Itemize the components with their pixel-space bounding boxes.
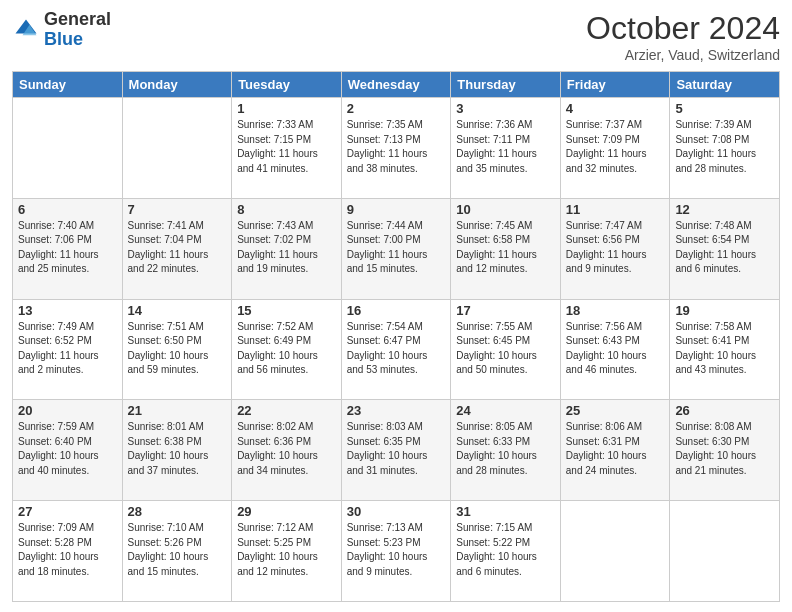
calendar-cell: 19Sunrise: 7:58 AM Sunset: 6:41 PM Dayli…	[670, 299, 780, 400]
day-number: 11	[566, 202, 665, 217]
day-number: 2	[347, 101, 446, 116]
logo-blue: Blue	[44, 29, 83, 49]
calendar-header-tuesday: Tuesday	[232, 72, 342, 98]
day-info: Sunrise: 8:03 AM Sunset: 6:35 PM Dayligh…	[347, 420, 446, 478]
day-number: 20	[18, 403, 117, 418]
day-number: 26	[675, 403, 774, 418]
calendar-header-friday: Friday	[560, 72, 670, 98]
calendar-cell: 4Sunrise: 7:37 AM Sunset: 7:09 PM Daylig…	[560, 98, 670, 199]
calendar-cell: 13Sunrise: 7:49 AM Sunset: 6:52 PM Dayli…	[13, 299, 123, 400]
day-number: 7	[128, 202, 227, 217]
calendar-cell	[670, 501, 780, 602]
day-number: 8	[237, 202, 336, 217]
day-info: Sunrise: 7:37 AM Sunset: 7:09 PM Dayligh…	[566, 118, 665, 176]
calendar-cell: 9Sunrise: 7:44 AM Sunset: 7:00 PM Daylig…	[341, 198, 451, 299]
day-number: 14	[128, 303, 227, 318]
calendar-cell: 30Sunrise: 7:13 AM Sunset: 5:23 PM Dayli…	[341, 501, 451, 602]
calendar-cell: 27Sunrise: 7:09 AM Sunset: 5:28 PM Dayli…	[13, 501, 123, 602]
day-number: 15	[237, 303, 336, 318]
day-info: Sunrise: 7:56 AM Sunset: 6:43 PM Dayligh…	[566, 320, 665, 378]
day-info: Sunrise: 7:36 AM Sunset: 7:11 PM Dayligh…	[456, 118, 555, 176]
day-info: Sunrise: 7:10 AM Sunset: 5:26 PM Dayligh…	[128, 521, 227, 579]
calendar-cell: 24Sunrise: 8:05 AM Sunset: 6:33 PM Dayli…	[451, 400, 561, 501]
day-info: Sunrise: 7:43 AM Sunset: 7:02 PM Dayligh…	[237, 219, 336, 277]
calendar-cell: 22Sunrise: 8:02 AM Sunset: 6:36 PM Dayli…	[232, 400, 342, 501]
logo-text: General Blue	[44, 10, 111, 50]
calendar-cell: 5Sunrise: 7:39 AM Sunset: 7:08 PM Daylig…	[670, 98, 780, 199]
calendar-header-row: SundayMondayTuesdayWednesdayThursdayFrid…	[13, 72, 780, 98]
day-info: Sunrise: 8:05 AM Sunset: 6:33 PM Dayligh…	[456, 420, 555, 478]
day-info: Sunrise: 7:59 AM Sunset: 6:40 PM Dayligh…	[18, 420, 117, 478]
day-info: Sunrise: 7:51 AM Sunset: 6:50 PM Dayligh…	[128, 320, 227, 378]
calendar-header-saturday: Saturday	[670, 72, 780, 98]
calendar-header-monday: Monday	[122, 72, 232, 98]
calendar-cell: 12Sunrise: 7:48 AM Sunset: 6:54 PM Dayli…	[670, 198, 780, 299]
day-number: 23	[347, 403, 446, 418]
calendar-cell: 11Sunrise: 7:47 AM Sunset: 6:56 PM Dayli…	[560, 198, 670, 299]
day-info: Sunrise: 8:02 AM Sunset: 6:36 PM Dayligh…	[237, 420, 336, 478]
calendar-cell: 2Sunrise: 7:35 AM Sunset: 7:13 PM Daylig…	[341, 98, 451, 199]
day-info: Sunrise: 7:52 AM Sunset: 6:49 PM Dayligh…	[237, 320, 336, 378]
day-number: 3	[456, 101, 555, 116]
calendar-week-5: 27Sunrise: 7:09 AM Sunset: 5:28 PM Dayli…	[13, 501, 780, 602]
day-info: Sunrise: 7:54 AM Sunset: 6:47 PM Dayligh…	[347, 320, 446, 378]
calendar-cell: 26Sunrise: 8:08 AM Sunset: 6:30 PM Dayli…	[670, 400, 780, 501]
calendar-cell: 7Sunrise: 7:41 AM Sunset: 7:04 PM Daylig…	[122, 198, 232, 299]
day-info: Sunrise: 7:12 AM Sunset: 5:25 PM Dayligh…	[237, 521, 336, 579]
page: General Blue October 2024 Arzier, Vaud, …	[0, 0, 792, 612]
calendar-cell: 16Sunrise: 7:54 AM Sunset: 6:47 PM Dayli…	[341, 299, 451, 400]
day-number: 21	[128, 403, 227, 418]
day-number: 31	[456, 504, 555, 519]
logo: General Blue	[12, 10, 111, 50]
day-number: 29	[237, 504, 336, 519]
calendar-cell: 20Sunrise: 7:59 AM Sunset: 6:40 PM Dayli…	[13, 400, 123, 501]
calendar-cell: 29Sunrise: 7:12 AM Sunset: 5:25 PM Dayli…	[232, 501, 342, 602]
day-number: 17	[456, 303, 555, 318]
calendar-header-wednesday: Wednesday	[341, 72, 451, 98]
day-number: 9	[347, 202, 446, 217]
day-number: 24	[456, 403, 555, 418]
day-info: Sunrise: 7:45 AM Sunset: 6:58 PM Dayligh…	[456, 219, 555, 277]
calendar-cell: 6Sunrise: 7:40 AM Sunset: 7:06 PM Daylig…	[13, 198, 123, 299]
calendar-cell	[560, 501, 670, 602]
logo-general: General	[44, 9, 111, 29]
calendar-cell: 18Sunrise: 7:56 AM Sunset: 6:43 PM Dayli…	[560, 299, 670, 400]
calendar: SundayMondayTuesdayWednesdayThursdayFrid…	[12, 71, 780, 602]
calendar-cell: 25Sunrise: 8:06 AM Sunset: 6:31 PM Dayli…	[560, 400, 670, 501]
subtitle: Arzier, Vaud, Switzerland	[586, 47, 780, 63]
title-section: October 2024 Arzier, Vaud, Switzerland	[586, 10, 780, 63]
day-info: Sunrise: 7:55 AM Sunset: 6:45 PM Dayligh…	[456, 320, 555, 378]
calendar-cell: 15Sunrise: 7:52 AM Sunset: 6:49 PM Dayli…	[232, 299, 342, 400]
calendar-cell: 31Sunrise: 7:15 AM Sunset: 5:22 PM Dayli…	[451, 501, 561, 602]
day-info: Sunrise: 8:01 AM Sunset: 6:38 PM Dayligh…	[128, 420, 227, 478]
day-info: Sunrise: 8:06 AM Sunset: 6:31 PM Dayligh…	[566, 420, 665, 478]
calendar-cell: 3Sunrise: 7:36 AM Sunset: 7:11 PM Daylig…	[451, 98, 561, 199]
day-info: Sunrise: 7:58 AM Sunset: 6:41 PM Dayligh…	[675, 320, 774, 378]
calendar-header-thursday: Thursday	[451, 72, 561, 98]
calendar-header-sunday: Sunday	[13, 72, 123, 98]
day-number: 18	[566, 303, 665, 318]
day-info: Sunrise: 7:33 AM Sunset: 7:15 PM Dayligh…	[237, 118, 336, 176]
day-number: 5	[675, 101, 774, 116]
day-number: 13	[18, 303, 117, 318]
day-info: Sunrise: 7:47 AM Sunset: 6:56 PM Dayligh…	[566, 219, 665, 277]
day-number: 6	[18, 202, 117, 217]
day-info: Sunrise: 7:40 AM Sunset: 7:06 PM Dayligh…	[18, 219, 117, 277]
day-info: Sunrise: 7:13 AM Sunset: 5:23 PM Dayligh…	[347, 521, 446, 579]
day-number: 12	[675, 202, 774, 217]
calendar-cell	[13, 98, 123, 199]
calendar-cell: 28Sunrise: 7:10 AM Sunset: 5:26 PM Dayli…	[122, 501, 232, 602]
calendar-cell: 23Sunrise: 8:03 AM Sunset: 6:35 PM Dayli…	[341, 400, 451, 501]
header: General Blue October 2024 Arzier, Vaud, …	[12, 10, 780, 63]
day-number: 27	[18, 504, 117, 519]
calendar-week-1: 1Sunrise: 7:33 AM Sunset: 7:15 PM Daylig…	[13, 98, 780, 199]
day-number: 28	[128, 504, 227, 519]
day-info: Sunrise: 8:08 AM Sunset: 6:30 PM Dayligh…	[675, 420, 774, 478]
calendar-cell: 14Sunrise: 7:51 AM Sunset: 6:50 PM Dayli…	[122, 299, 232, 400]
day-number: 19	[675, 303, 774, 318]
calendar-cell: 21Sunrise: 8:01 AM Sunset: 6:38 PM Dayli…	[122, 400, 232, 501]
calendar-week-2: 6Sunrise: 7:40 AM Sunset: 7:06 PM Daylig…	[13, 198, 780, 299]
day-info: Sunrise: 7:35 AM Sunset: 7:13 PM Dayligh…	[347, 118, 446, 176]
day-info: Sunrise: 7:39 AM Sunset: 7:08 PM Dayligh…	[675, 118, 774, 176]
day-info: Sunrise: 7:41 AM Sunset: 7:04 PM Dayligh…	[128, 219, 227, 277]
